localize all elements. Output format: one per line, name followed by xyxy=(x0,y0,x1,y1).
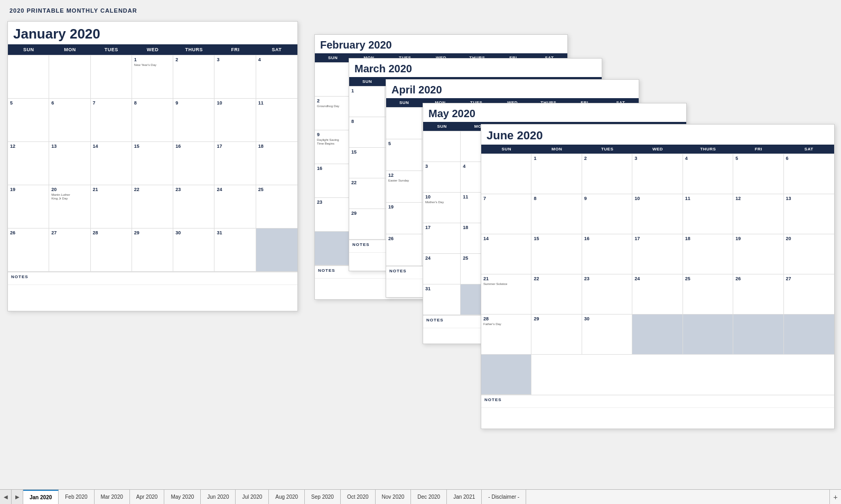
table-row: 27 xyxy=(784,274,834,315)
table-row xyxy=(386,108,422,139)
tab-sep-2020[interactable]: Sep 2020 xyxy=(305,490,341,504)
table-row: 13 xyxy=(49,142,90,185)
table-row: 10 xyxy=(632,194,683,234)
table-row: 17 xyxy=(423,223,461,254)
table-row: 29 xyxy=(531,315,582,355)
table-row: 30 xyxy=(173,229,214,272)
table-row: 16 xyxy=(315,164,351,198)
tab-may-2020[interactable]: May 2020 xyxy=(164,490,201,504)
table-row xyxy=(423,131,461,162)
table-row: 17 xyxy=(214,142,256,185)
table-row: 14 xyxy=(91,142,132,185)
table-row: 21 xyxy=(91,185,132,229)
table-row: 29 xyxy=(132,229,173,272)
table-row: 25 xyxy=(256,185,297,229)
tab-jun-2020[interactable]: Jun 2020 xyxy=(201,490,236,504)
tab-apr-2020[interactable]: Apr 2020 xyxy=(130,490,165,504)
tab-disclaimer[interactable]: - Disclaimer - xyxy=(482,490,526,504)
table-row: 23 xyxy=(582,274,632,315)
jan-hdr-wed: WED xyxy=(132,44,173,55)
table-row xyxy=(632,315,683,355)
tab-nav-left[interactable]: ◀ xyxy=(0,490,12,504)
table-row: 5 xyxy=(8,99,49,142)
table-row xyxy=(481,154,531,194)
tab-jan-2020[interactable]: Jan 2020 xyxy=(23,490,59,504)
table-row: 18 xyxy=(683,234,733,274)
jun-title: June 2020 xyxy=(481,125,834,145)
table-row: 21Summer Solstice xyxy=(481,274,531,315)
table-row: 1 xyxy=(531,154,582,194)
tab-nov-2020[interactable]: Nov 2020 xyxy=(376,490,412,504)
jan-hdr-thu: THURS xyxy=(173,44,214,55)
table-row: 2Groundhog Day xyxy=(315,97,351,130)
jan-grid: 1New Year's Day 2 3 4 5 6 7 8 9 10 11 12… xyxy=(8,55,297,272)
table-row: 5 xyxy=(733,154,783,194)
table-row: 22 xyxy=(349,178,385,209)
table-row: 8 xyxy=(531,194,582,234)
tab-nav-right[interactable]: ▶ xyxy=(12,490,23,504)
table-row: 1New Year's Day xyxy=(132,55,173,99)
table-row: 26 xyxy=(386,234,422,266)
table-row: 23 xyxy=(315,198,351,232)
table-row: 9Daylight SavingTime Begins xyxy=(315,130,351,164)
table-row xyxy=(256,229,297,272)
table-row: 24 xyxy=(214,185,256,229)
table-row xyxy=(784,315,834,355)
table-row: 28Father's Day xyxy=(481,315,531,355)
table-row xyxy=(315,232,351,265)
table-row xyxy=(8,55,49,99)
jun-notes: NOTES xyxy=(481,395,834,407)
tab-feb-2020[interactable]: Feb 2020 xyxy=(59,490,94,504)
table-row: 24 xyxy=(423,254,461,284)
table-row: 6 xyxy=(49,99,90,142)
tab-jul-2020[interactable]: Jul 2020 xyxy=(236,490,269,504)
table-row: 11 xyxy=(683,194,733,234)
table-row: 3 xyxy=(214,55,256,99)
table-row: 10Mother's Day xyxy=(423,193,461,223)
table-row: 19 xyxy=(733,234,783,274)
mar-title: March 2020 xyxy=(349,59,602,77)
table-row xyxy=(49,55,90,99)
main-calendar-area: 2020 PRINTABLE MONTHLY CALENDAR January … xyxy=(0,0,841,489)
table-row: 22 xyxy=(531,274,582,315)
table-row xyxy=(683,315,733,355)
jan-notes: NOTES xyxy=(8,272,297,284)
jan-hdr-mon: MON xyxy=(49,44,90,55)
tab-jan-2021[interactable]: Jan 2021 xyxy=(447,490,482,504)
table-row: 1 xyxy=(349,87,385,117)
table-row: 4 xyxy=(256,55,297,99)
apr-title: April 2020 xyxy=(386,80,639,98)
table-row: 8 xyxy=(349,117,385,148)
jan-header: SUN MON TUES WED THURS FRI SAT xyxy=(8,44,297,55)
table-row: 14 xyxy=(481,234,531,274)
tab-mar-2020[interactable]: Mar 2020 xyxy=(95,490,130,504)
tab-oct-2020[interactable]: Oct 2020 xyxy=(341,490,376,504)
table-row: 7 xyxy=(91,99,132,142)
jan-hdr-fri: FRI xyxy=(214,44,256,55)
tab-add-button[interactable]: + xyxy=(829,490,841,504)
table-row: 16 xyxy=(582,234,632,274)
table-row: 15 xyxy=(349,148,385,178)
table-row xyxy=(91,55,132,99)
table-row: 29 xyxy=(349,209,385,240)
jan-hdr-tue: TUES xyxy=(91,44,132,55)
table-row: 11 xyxy=(256,99,297,142)
table-row: 17 xyxy=(632,234,683,274)
tab-aug-2020[interactable]: Aug 2020 xyxy=(269,490,305,504)
table-row: 15 xyxy=(531,234,582,274)
table-row: 26 xyxy=(733,274,783,315)
table-row: 27 xyxy=(49,229,90,272)
jun-grid: 1 2 3 4 5 6 7 8 9 10 11 12 13 14 15 16 1… xyxy=(481,154,834,395)
jan-title: January 2020 xyxy=(8,22,297,44)
page-title: 2020 PRINTABLE MONTHLY CALENDAR xyxy=(10,7,137,14)
table-row xyxy=(315,63,351,97)
table-row: 30 xyxy=(582,315,632,355)
table-row: 23 xyxy=(173,185,214,229)
table-row: 9 xyxy=(173,99,214,142)
table-row: 12Easter Sunday xyxy=(386,171,422,203)
tab-bar: ◀ ▶ Jan 2020 Feb 2020 Mar 2020 Apr 2020 … xyxy=(0,489,841,504)
table-row: 2 xyxy=(582,154,632,194)
table-row: 4 xyxy=(683,154,733,194)
tab-dec-2020[interactable]: Dec 2020 xyxy=(411,490,447,504)
table-row: 24 xyxy=(632,274,683,315)
